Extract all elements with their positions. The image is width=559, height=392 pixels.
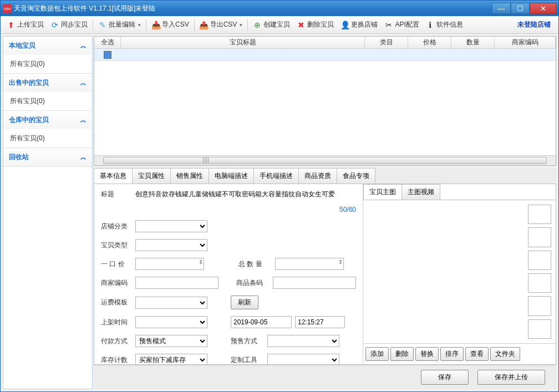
stockmode-select[interactable]: 买家拍下减库存	[135, 354, 207, 365]
horizontal-scrollbar[interactable]	[94, 155, 556, 165]
thumb-slot[interactable]	[528, 273, 551, 293]
thumb-list	[363, 200, 556, 343]
app-icon: csv	[3, 4, 12, 13]
time-input[interactable]	[295, 316, 345, 328]
col-category[interactable]: 类目	[365, 36, 408, 49]
software-info-button[interactable]: ℹ软件信息	[423, 18, 466, 31]
row-checkbox[interactable]	[104, 51, 111, 59]
sidebar-head-onsale[interactable]: 出售中的宝贝︽	[3, 74, 92, 92]
thumb-slot[interactable]	[528, 251, 551, 270]
tab-mobdesc[interactable]: 手机端描述	[253, 168, 299, 184]
label-custom: 定制工具	[231, 355, 264, 365]
rtab-mainimg[interactable]: 宝贝主图	[363, 184, 402, 200]
col-price[interactable]: 价格	[408, 36, 451, 49]
chevron-down-icon: ▾	[138, 22, 141, 28]
person-icon: 👤	[341, 21, 349, 29]
import-csv-button[interactable]: 📥导入CSV	[149, 18, 192, 31]
change-shop-button[interactable]: 👤更换店铺	[338, 18, 380, 31]
sidebar-head-recycle[interactable]: 回收站︽	[3, 148, 92, 166]
price-input[interactable]	[135, 258, 204, 270]
export-csv-button[interactable]: 📤导出CSV▾	[197, 18, 246, 31]
save-button[interactable]: 保存	[421, 370, 469, 385]
export-icon: 📤	[200, 21, 209, 29]
label-shelftime: 上架时间	[101, 318, 132, 327]
img-folder-button[interactable]: 文件夹	[490, 347, 520, 361]
sync-button[interactable]: ⟳同步宝贝	[48, 18, 90, 31]
api-config-button[interactable]: ✂API配置	[382, 18, 421, 31]
tab-qualify[interactable]: 商品资质	[298, 168, 337, 184]
sidebar-item-onsale-all[interactable]: 所有宝贝(0)	[3, 92, 92, 110]
thumb-slot[interactable]	[528, 319, 551, 339]
tab-pcdesc[interactable]: 电脑端描述	[209, 168, 254, 184]
sidebar-head-warehouse[interactable]: 仓库中的宝贝︽	[3, 111, 92, 129]
chevron-up-icon: ︽	[80, 153, 87, 161]
item-grid: 全选 宝贝标题 类目 价格 数量 商家编码	[94, 36, 556, 166]
create-button[interactable]: ⊕创建宝贝	[250, 18, 293, 31]
img-sort-button[interactable]: 排序	[440, 347, 464, 361]
table-row[interactable]	[94, 49, 556, 61]
label-paymode: 付款方式	[101, 337, 132, 346]
toolbar: ⬆上传宝贝 ⟳同步宝贝 ✎批量编辑▾ 📥导入CSV 📤导出CSV▾ ⊕创建宝贝 …	[1, 16, 558, 34]
chevron-up-icon: ︽	[80, 42, 87, 50]
shelftime-select[interactable]	[135, 316, 207, 328]
maximize-button[interactable]: ☐	[511, 3, 530, 14]
upload-button[interactable]: ⬆上传宝贝	[4, 18, 47, 31]
sidebar-item-local-all[interactable]: 所有宝贝(0)	[3, 55, 92, 73]
close-button[interactable]: ✕	[530, 3, 556, 14]
rtab-video[interactable]: 主图视频	[402, 184, 440, 200]
tab-itemattr[interactable]: 宝贝属性	[132, 168, 171, 184]
col-selectall[interactable]: 全选	[94, 36, 121, 49]
chevron-up-icon: ︽	[80, 79, 87, 87]
qty-input[interactable]	[275, 258, 344, 270]
chevron-up-icon: ︽	[80, 116, 87, 124]
pencil-icon: ✎	[98, 21, 107, 29]
custom-select[interactable]	[267, 354, 339, 365]
img-add-button[interactable]: 添加	[365, 347, 389, 361]
col-vendorcode[interactable]: 商家编码	[495, 36, 556, 49]
date-input[interactable]	[231, 316, 292, 328]
tool-icon: ✂	[384, 21, 393, 29]
label-shiptpl: 运费模板	[101, 298, 132, 307]
label-price: 一 口 价	[101, 259, 132, 269]
x-icon: ✖	[297, 21, 306, 29]
vendorcode-input[interactable]	[135, 277, 218, 289]
refresh-button[interactable]: 刷新	[231, 296, 258, 309]
thumb-slot[interactable]	[528, 227, 551, 247]
label-barcode: 商品条码	[236, 278, 270, 288]
shiptpl-select[interactable]	[135, 297, 207, 309]
batch-edit-button[interactable]: ✎批量编辑▾	[95, 18, 144, 31]
plus-icon: ⊕	[253, 21, 262, 29]
img-del-button[interactable]: 删除	[390, 347, 414, 361]
thumb-slot[interactable]	[528, 205, 551, 224]
label-shopcat: 店铺分类	[101, 222, 132, 231]
shop-status: 未登陆店铺	[517, 20, 555, 29]
barcode-input[interactable]	[273, 277, 356, 289]
paymode-select[interactable]: 预售模式	[135, 335, 207, 347]
thumb-slot[interactable]	[528, 296, 551, 315]
sidebar-head-local[interactable]: 本地宝贝︽	[3, 37, 92, 55]
delete-button[interactable]: ✖删除宝贝	[294, 18, 337, 31]
sidebar-item-warehouse-all[interactable]: 所有宝贝(0)	[3, 129, 92, 147]
save-upload-button[interactable]: 保存并上传	[477, 370, 545, 385]
img-replace-button[interactable]: 替换	[415, 347, 439, 361]
col-title[interactable]: 宝贝标题	[121, 36, 365, 49]
minimize-button[interactable]: —	[492, 3, 511, 14]
chevron-down-icon: ▾	[240, 22, 242, 28]
detail-tabs: 基本信息 宝贝属性 销售属性 电脑端描述 手机端描述 商品资质 食品专项	[94, 168, 556, 184]
title-text: 创意抖音款存钱罐儿童储钱罐不可取密码箱大容量指纹自动女生可爱	[135, 190, 356, 199]
shopcat-select[interactable]	[135, 220, 207, 232]
sync-icon: ⟳	[50, 21, 59, 29]
col-qty[interactable]: 数量	[451, 36, 495, 49]
tab-food[interactable]: 食品专项	[337, 168, 375, 184]
title-counter: 50/60	[339, 206, 356, 213]
tab-basic[interactable]: 基本信息	[94, 168, 133, 184]
label-presale: 预售方式	[231, 337, 264, 346]
sidebar: 本地宝贝︽ 所有宝贝(0) 出售中的宝贝︽ 所有宝贝(0) 仓库中的宝贝︽ 所有…	[3, 36, 93, 389]
img-view-button[interactable]: 查看	[465, 347, 489, 361]
window-title: 天音淘宝数据包上传软件 V1.17.1[试用版]未登陆	[14, 4, 492, 13]
presale-select[interactable]	[267, 335, 339, 347]
itemtype-select[interactable]	[135, 239, 207, 251]
label-itemtype: 宝贝类型	[101, 241, 132, 250]
upload-icon: ⬆	[7, 21, 16, 29]
tab-saleattr[interactable]: 销售属性	[170, 168, 209, 184]
